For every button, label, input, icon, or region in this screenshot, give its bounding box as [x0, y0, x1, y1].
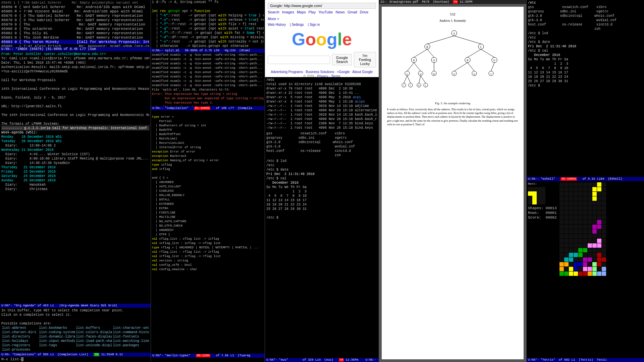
pdf-tree-diagram: A B C D O R [387, 26, 518, 100]
fb-file[interactable]: -rw-r--r-- 1 root root 4096 Nov 26 15:18… [266, 117, 377, 121]
google-nav-maps[interactable]: Maps [297, 10, 306, 14]
email-row[interactable]: 65856 R { Wed Gabriel Scherer Re: Androi… [1, 5, 149, 9]
email-row[interactable]: 65880 0 { Thu octachron Re: GADT memory … [1, 27, 149, 31]
completion-item[interactable]: list-coding-systems [38, 330, 75, 335]
google-nav-play[interactable]: Play [309, 10, 316, 14]
google-nav2: Web History | Settings | Sign in [268, 23, 376, 26]
fb-file[interactable]: drwxr-xr-x 22 root root 4096 Dec 1 15:41… [266, 91, 377, 95]
tc [559, 253, 564, 257]
google-footer-google[interactable]: +Google [337, 70, 350, 74]
completion-item[interactable]: list-matching-lines [112, 339, 149, 343]
tc [559, 215, 564, 220]
google-nav-gmail[interactable]: Gmail [347, 10, 357, 14]
completion-item[interactable]: list-character-sets [112, 326, 149, 330]
google-nav-more[interactable]: More > [268, 17, 279, 21]
completion-item[interactable]: list-colors-display [75, 330, 112, 335]
completion-item[interactable]: list-fontsets [112, 335, 149, 339]
completion-item[interactable]: list-command-history [112, 330, 149, 335]
completion-item[interactable]: list-unicode-display [75, 343, 112, 348]
fb-total: total used in directory 1148 available 5… [266, 82, 377, 86]
tc [574, 182, 578, 187]
completion-item[interactable]: list-dynamic-libraries [38, 335, 75, 339]
completion-click-info: Click on a completion to select it. [1, 313, 149, 317]
tc [578, 192, 583, 196]
email-row-selected[interactable]: 65883 0 { Thu Yaron Minsky [Call for Wor… [1, 40, 149, 44]
email-row[interactable]: 65882 0 { Thu Dily 8i Re: GADT memory re… [1, 31, 149, 36]
google-footer-business[interactable]: Business Solutions [306, 70, 334, 74]
completion-item[interactable]: list-tags [38, 343, 75, 348]
google-nav-search[interactable]: Search [268, 10, 279, 14]
completion-item[interactable]: list-input-methods [38, 339, 75, 343]
completions-area: In this buffer, type RET to select the c… [0, 308, 151, 353]
tc [574, 220, 578, 224]
tc [588, 210, 592, 215]
google-web-history[interactable]: Web History [268, 23, 286, 26]
tc [564, 192, 569, 196]
tc [583, 210, 587, 215]
tc [574, 201, 578, 205]
fb-file[interactable]: -rw-r--r-- 1 root root 3028 Nov 14 15:18… [266, 104, 377, 108]
completion-item[interactable]: list-directory [1, 335, 38, 339]
email-row[interactable]: 65883 0 { Thu Josh Berdine Re: GADT memo… [1, 36, 149, 40]
svg-text:L: L [425, 84, 426, 86]
completion-item[interactable]: list-buffers [75, 326, 112, 330]
completion-item[interactable]: list-faces-display [75, 335, 112, 339]
fb-file[interactable]: -rw-r--r-- 1 root root 4096 Nov 26 15:18… [266, 108, 377, 113]
google-footer-about[interactable]: About Google [352, 70, 373, 74]
tc [588, 243, 592, 248]
type-line: exception Backtrack [152, 154, 264, 159]
fb-file[interactable]: drwxr-xr-x 79 root root 4096 Dec 2 10:36… [266, 86, 377, 91]
tc [574, 234, 578, 238]
google-nav-drive[interactable]: Drive [360, 10, 369, 14]
google-nav-youtube[interactable]: YouTube [318, 10, 333, 14]
google-search-button[interactable]: Google Search [332, 54, 352, 65]
email-row[interactable]: 65885 R < 7:00 Vincent Balat Re: Android… [1, 9, 149, 14]
fb-file[interactable]: -rw-r--r-- 1 root root 2309 Nov 7 12:35 … [266, 121, 377, 126]
fb-file[interactable]: drwxr-xr-x 8 root root 4096 May 1 15:18 … [266, 100, 377, 104]
tc [592, 220, 597, 224]
email-row[interactable]: 65879 0 { Thu Re: GADT memory representa… [1, 22, 149, 27]
tc [569, 243, 573, 248]
google-search-input[interactable] [268, 56, 330, 64]
completion-item[interactable]: list-registers [1, 343, 38, 348]
tc [569, 239, 573, 243]
google-feeling-lucky-button[interactable]: I'm Feeling Lucky [354, 52, 376, 67]
p5-shell-line: /etc $ cal [528, 49, 643, 53]
google-sign-in[interactable]: | Sign in [308, 23, 320, 26]
google-nav-news[interactable]: News [335, 10, 345, 14]
tc [583, 234, 587, 238]
completion-header [1, 317, 149, 321]
tc [578, 225, 583, 229]
logo-g2: g [327, 29, 337, 49]
tetris-pane: Next: Shapes: 00013 Rows: 00001 Score: 0… [527, 181, 644, 362]
fb-file[interactable]: -rw-r--r-- 1 root root 4096 Nov 26 15:18… [266, 126, 377, 130]
tc [564, 229, 569, 234]
svg-text:H: H [420, 73, 421, 75]
completion-item[interactable]: list-packages [112, 343, 149, 348]
tc [559, 267, 564, 271]
google-settings[interactable]: | Settings [290, 23, 304, 26]
google-nav-images[interactable]: Images [282, 10, 294, 14]
email-row[interactable]: 65886 < 7:41 Alain Frisch Re: Announce: … [1, 44, 149, 47]
fb-file[interactable]: -rw-r--r-- 1 root root 3028 Nov 14 15:18… [266, 113, 377, 117]
google-footer-advertising[interactable]: Advertising Programs [271, 70, 303, 74]
fb-file[interactable]: drwxr-xr-x 5 root root 4096 May 5 2016 a… [266, 95, 377, 100]
url-bar[interactable]: Google: http://www.google.com/ [268, 3, 376, 9]
tc [574, 225, 578, 229]
completion-item[interactable]: list-load-path-shadows [75, 339, 112, 343]
tc [578, 196, 583, 201]
completion-item[interactable]: list-charset-dirs [1, 330, 38, 335]
svg-line-47 [407, 76, 411, 83]
completion-item[interactable]: list-bookmarks [38, 326, 75, 330]
email-row[interactable]: 65878 0 { 3 Thu Gabriel Scherer Re: GADT… [1, 18, 149, 22]
tc [559, 234, 564, 238]
email-body-text: The 14th International Conference on Log… [1, 113, 149, 117]
completion-item[interactable]: list-holidays [1, 339, 38, 343]
completion-item[interactable]: list-processes [1, 348, 38, 352]
tc [578, 201, 583, 205]
type-line: and irflag [152, 167, 264, 172]
completion-item[interactable]: list-abbrevs [1, 326, 38, 330]
tc [592, 182, 597, 187]
email-row[interactable]: 65876 0 { 3 Thu Gabriel Scherer Re: GADT… [1, 14, 149, 18]
tc [559, 272, 564, 276]
